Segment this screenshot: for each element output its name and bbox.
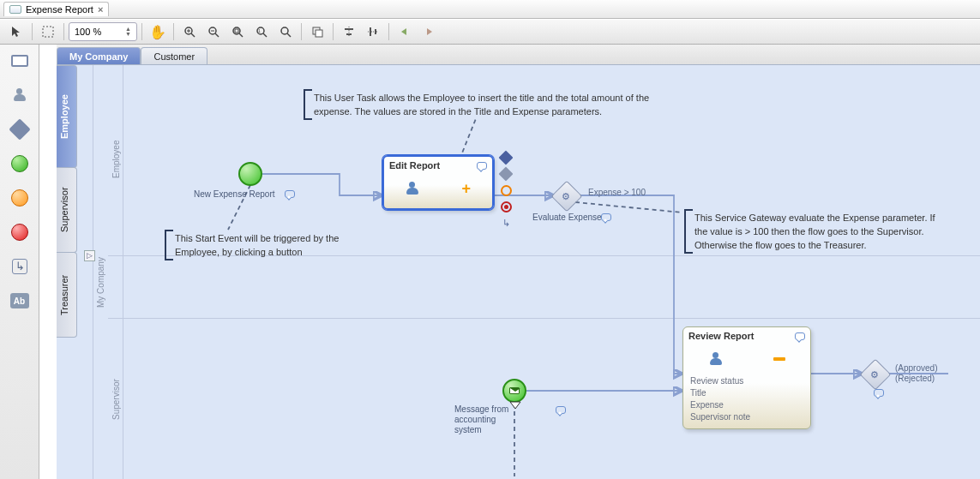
comment-icon[interactable] — [874, 389, 884, 397]
lane-collapse-handle[interactable]: ▷ — [84, 250, 95, 261]
flow-condition-label: Expense > 100 — [588, 188, 646, 197]
diagram-surface[interactable]: Employee Supervisor Treasurer My Company… — [57, 65, 980, 479]
palette-pool-icon[interactable] — [8, 50, 32, 72]
align-h-icon[interactable] — [338, 21, 360, 42]
zoom-out-icon[interactable] — [202, 21, 225, 42]
close-icon[interactable]: × — [98, 4, 103, 15]
comment-icon[interactable] — [601, 213, 611, 221]
task-field: Supervisor note — [690, 411, 803, 423]
pointer-tool-icon[interactable] — [5, 21, 27, 42]
svg-rect-10 — [235, 29, 238, 33]
editor-tab[interactable]: Expense Report × — [3, 2, 109, 16]
lane-tab-treasurer[interactable]: Treasurer — [57, 252, 77, 338]
zoom-100-icon[interactable]: 1 — [250, 21, 273, 42]
align-v-icon[interactable] — [362, 21, 384, 42]
pool-label: My Company — [93, 65, 108, 479]
start-event[interactable] — [238, 162, 262, 186]
annotation-edit[interactable]: This User Task allows the Employee to in… — [304, 89, 664, 120]
flow-rejected-label: (Rejected) — [895, 374, 935, 383]
svg-line-15 — [287, 33, 291, 37]
pool-tab-customer[interactable]: Customer — [141, 47, 207, 64]
svg-rect-20 — [346, 33, 352, 35]
ctx-task-icon[interactable] — [499, 151, 513, 165]
expand-icon[interactable]: + — [462, 180, 472, 198]
comment-icon[interactable] — [795, 332, 805, 340]
lane-axis-labels: Employee Supervisor — [108, 65, 123, 479]
zoom-level-input[interactable]: 100 % ▲▼ — [69, 22, 137, 41]
lane-label-supervisor: Supervisor — [108, 322, 123, 476]
palette-gateway-icon[interactable] — [8, 118, 32, 141]
lane-tabs: Employee Supervisor Treasurer — [57, 65, 77, 479]
palette: Ab — [0, 45, 39, 479]
canvas[interactable]: My Company Customer Employee Supervisor … — [39, 45, 980, 479]
message-intermediate-event[interactable] — [502, 379, 526, 403]
task-fields: Review status Title Expense Supervisor n… — [683, 374, 810, 428]
process-file-icon — [9, 5, 21, 14]
palette-end-event-icon[interactable] — [8, 221, 32, 243]
lane-label-employee: Employee — [108, 74, 123, 245]
svg-point-14 — [281, 27, 288, 34]
svg-rect-23 — [375, 29, 376, 34]
comment-icon[interactable] — [477, 162, 487, 170]
task-edit-report[interactable]: Edit Report + — [382, 155, 494, 210]
start-event-label: New Expense Report — [194, 189, 275, 199]
task-field: Review status — [690, 375, 803, 387]
boundary-marker-icon — [509, 401, 521, 410]
svg-rect-19 — [345, 28, 353, 30]
svg-rect-17 — [316, 30, 322, 37]
palette-intermediate-event-icon[interactable] — [8, 187, 32, 209]
collapse-icon[interactable] — [773, 357, 785, 361]
gateway-approval[interactable]: ⚙ — [860, 359, 892, 391]
task-title: Review Report — [688, 331, 754, 341]
svg-rect-22 — [370, 27, 371, 36]
copy-icon[interactable] — [306, 21, 328, 42]
comment-icon[interactable] — [556, 406, 566, 414]
lane-tab-employee[interactable]: Employee — [57, 65, 77, 168]
svg-point-8 — [233, 27, 240, 34]
palette-user-task-icon[interactable] — [8, 84, 32, 106]
ctx-end-event-icon[interactable] — [499, 200, 513, 213]
annotation-gateway[interactable]: This Service Gateway evaluate the Expens… — [684, 209, 941, 254]
task-field: Expense — [690, 399, 803, 411]
tab-title: Expense Report — [26, 4, 93, 15]
redo-icon[interactable] — [418, 21, 440, 42]
gateway-evaluate-expense[interactable]: ⚙ — [551, 181, 583, 213]
context-palette: ↳ — [499, 151, 513, 230]
task-review-report[interactable]: Review Report Review status Title Expens… — [682, 326, 811, 429]
svg-line-6 — [215, 33, 219, 37]
annotation-start[interactable]: This Start Event will be triggered by th… — [165, 230, 358, 260]
lane-tab-supervisor[interactable]: Supervisor — [57, 167, 77, 253]
spinner-icon[interactable]: ▲▼ — [125, 27, 131, 37]
palette-annotation-icon[interactable]: Ab — [8, 290, 32, 312]
undo-icon[interactable] — [394, 21, 416, 42]
zoom-fit-icon[interactable] — [226, 21, 249, 42]
ctx-intermediate-event-icon[interactable] — [499, 183, 513, 197]
editor-tab-bar: Expense Report × — [0, 0, 980, 19]
zoom-in-icon[interactable] — [178, 21, 201, 42]
marquee-tool-icon[interactable] — [37, 21, 59, 42]
pool-tabs: My Company Customer — [57, 45, 980, 65]
zoom-value: 100 % — [75, 27, 101, 37]
user-icon — [406, 182, 419, 195]
pool-tab-my-company[interactable]: My Company — [57, 47, 141, 64]
workspace: Ab My Company Customer Employee Supervis… — [0, 45, 980, 479]
svg-text:1: 1 — [258, 28, 261, 33]
flow-approved-label: (Approved) — [895, 363, 937, 373]
svg-line-12 — [263, 33, 267, 37]
svg-line-2 — [191, 33, 195, 37]
gateway-label: Evaluate Expense — [532, 213, 602, 222]
comment-icon[interactable] — [285, 190, 295, 198]
toolbar: 100 % ▲▼ ✋ 1 — [0, 19, 980, 45]
pan-tool-icon[interactable]: ✋ — [147, 21, 169, 42]
zoom-reset-icon[interactable] — [274, 21, 297, 42]
ctx-gateway-icon[interactable] — [499, 167, 513, 181]
ctx-connector-icon[interactable]: ↳ — [499, 216, 513, 230]
palette-start-event-icon[interactable] — [8, 153, 32, 175]
svg-rect-0 — [43, 27, 53, 37]
user-icon — [709, 352, 723, 366]
task-field: Title — [690, 387, 803, 399]
svg-line-9 — [239, 33, 243, 37]
task-title: Edit Report — [389, 160, 440, 171]
palette-connector-icon[interactable] — [8, 255, 32, 278]
lane-separator — [108, 318, 980, 319]
